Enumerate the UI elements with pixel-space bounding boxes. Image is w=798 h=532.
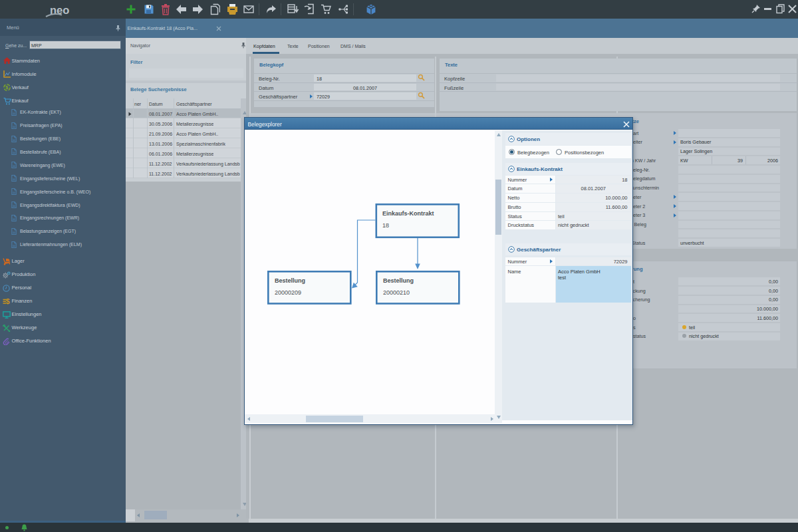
- svg-text:20000210: 20000210: [383, 289, 410, 296]
- svg-text:Einkaufs-Kontrakt: Einkaufs-Kontrakt: [382, 210, 434, 217]
- svg-text:Bestellung: Bestellung: [383, 277, 414, 284]
- svg-text:Bestellung: Bestellung: [275, 277, 305, 284]
- svg-text:20000209: 20000209: [275, 289, 301, 296]
- svg-text:$: $: [5, 85, 9, 91]
- svg-text:18: 18: [382, 222, 389, 229]
- svg-text:$: $: [6, 298, 10, 305]
